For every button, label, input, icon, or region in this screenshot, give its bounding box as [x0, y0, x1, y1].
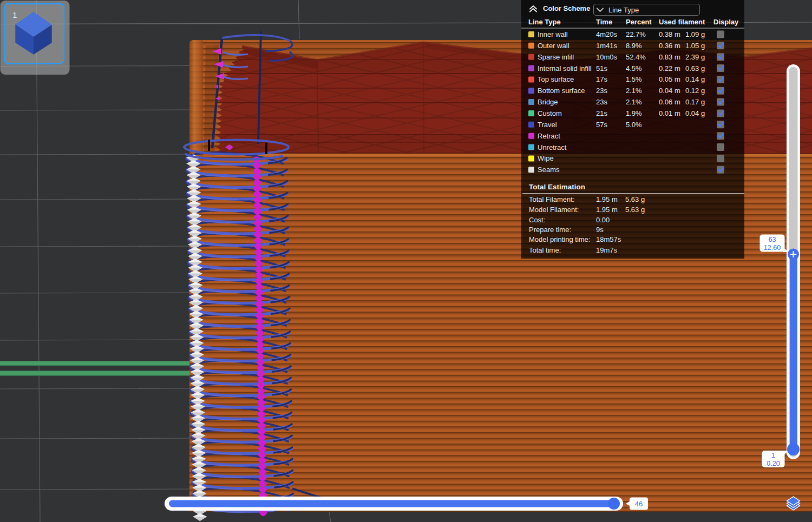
- svg-text:0.63 g: 0.63 g: [685, 64, 705, 72]
- svg-text:Outer wall: Outer wall: [538, 42, 569, 50]
- svg-text:19m7s: 19m7s: [596, 246, 618, 254]
- svg-text:4m20s: 4m20s: [596, 30, 618, 38]
- svg-text:0.17 g: 0.17 g: [685, 98, 705, 106]
- svg-text:Model printing time:: Model printing time:: [529, 235, 590, 243]
- svg-text:Time: Time: [596, 18, 612, 26]
- svg-text:0.36 m: 0.36 m: [659, 42, 680, 50]
- svg-text:1.05 g: 1.05 g: [685, 42, 705, 50]
- svg-text:1.09 g: 1.09 g: [685, 30, 705, 38]
- svg-text:0.12 g: 0.12 g: [685, 87, 705, 95]
- svg-text:23s: 23s: [596, 98, 607, 106]
- svg-text:0.01 m: 0.01 m: [659, 109, 680, 117]
- svg-text:Line Type: Line Type: [608, 6, 639, 14]
- svg-text:57s: 57s: [596, 121, 607, 129]
- svg-text:Percent: Percent: [626, 18, 652, 26]
- svg-text:Travel: Travel: [538, 121, 557, 129]
- svg-text:Line Type: Line Type: [528, 18, 561, 26]
- svg-text:2.1%: 2.1%: [626, 87, 642, 95]
- svg-text:1.9%: 1.9%: [626, 109, 642, 117]
- svg-text:0.38 m: 0.38 m: [659, 30, 680, 38]
- svg-text:Bridge: Bridge: [538, 98, 558, 106]
- svg-text:12.60: 12.60: [764, 244, 781, 252]
- svg-text:2.1%: 2.1%: [626, 98, 642, 106]
- svg-text:52.4%: 52.4%: [626, 53, 646, 61]
- svg-text:Inner wall: Inner wall: [538, 30, 568, 38]
- svg-text:23s: 23s: [596, 87, 607, 95]
- svg-text:63: 63: [769, 236, 776, 243]
- svg-text:Total time:: Total time:: [529, 246, 561, 254]
- svg-text:9s: 9s: [596, 226, 604, 234]
- svg-text:8.9%: 8.9%: [626, 42, 642, 50]
- svg-text:17s: 17s: [596, 75, 607, 83]
- svg-text:Retract: Retract: [538, 132, 560, 140]
- svg-text:Color Scheme: Color Scheme: [543, 4, 590, 12]
- svg-text:4.5%: 4.5%: [626, 64, 642, 72]
- svg-text:Total Estimation: Total Estimation: [529, 183, 585, 191]
- svg-text:0.00: 0.00: [596, 216, 610, 224]
- svg-text:0.04 m: 0.04 m: [659, 87, 680, 95]
- svg-text:Cost:: Cost:: [529, 216, 545, 224]
- svg-text:1.95 m: 1.95 m: [596, 206, 618, 214]
- svg-text:5.63 g: 5.63 g: [625, 206, 645, 214]
- svg-text:22.7%: 22.7%: [626, 30, 646, 38]
- svg-text:5.63 g: 5.63 g: [625, 195, 645, 203]
- svg-text:1: 1: [771, 452, 775, 459]
- svg-text:1m41s: 1m41s: [596, 42, 618, 50]
- svg-text:1: 1: [12, 10, 17, 19]
- svg-text:0.04 g: 0.04 g: [685, 109, 705, 117]
- svg-text:Total Filament:: Total Filament:: [529, 195, 575, 203]
- svg-text:51s: 51s: [596, 64, 607, 72]
- svg-text:0.14 g: 0.14 g: [685, 75, 705, 83]
- svg-text:1.95 m: 1.95 m: [596, 195, 618, 203]
- svg-text:Custom: Custom: [538, 109, 562, 117]
- svg-text:Bottom surface: Bottom surface: [538, 87, 585, 95]
- svg-text:0.20: 0.20: [767, 460, 780, 467]
- svg-text:Top surface: Top surface: [538, 75, 574, 83]
- svg-text:Display: Display: [713, 18, 739, 26]
- svg-text:Seams: Seams: [538, 166, 560, 174]
- svg-text:2.39 g: 2.39 g: [685, 53, 705, 61]
- svg-text:Wipe: Wipe: [538, 154, 554, 162]
- svg-text:18m57s: 18m57s: [596, 235, 621, 243]
- svg-text:Unretract: Unretract: [538, 143, 567, 151]
- svg-text:1.5%: 1.5%: [626, 75, 642, 83]
- svg-text:Prepare time:: Prepare time:: [529, 226, 571, 234]
- svg-text:Model Filament:: Model Filament:: [529, 206, 579, 214]
- svg-text:0.83 m: 0.83 m: [659, 53, 680, 61]
- svg-text:10m0s: 10m0s: [596, 53, 618, 61]
- svg-text:0.05 m: 0.05 m: [659, 75, 680, 83]
- svg-text:21s: 21s: [596, 109, 607, 117]
- svg-text:5.0%: 5.0%: [626, 121, 642, 129]
- svg-text:Used filament: Used filament: [659, 18, 705, 26]
- svg-text:0.22 m: 0.22 m: [659, 64, 680, 72]
- svg-text:0.06 m: 0.06 m: [659, 98, 680, 106]
- svg-text:46: 46: [635, 500, 643, 508]
- svg-text:Sparse infill: Sparse infill: [538, 53, 574, 61]
- svg-text:Internal solid infill: Internal solid infill: [538, 64, 592, 72]
